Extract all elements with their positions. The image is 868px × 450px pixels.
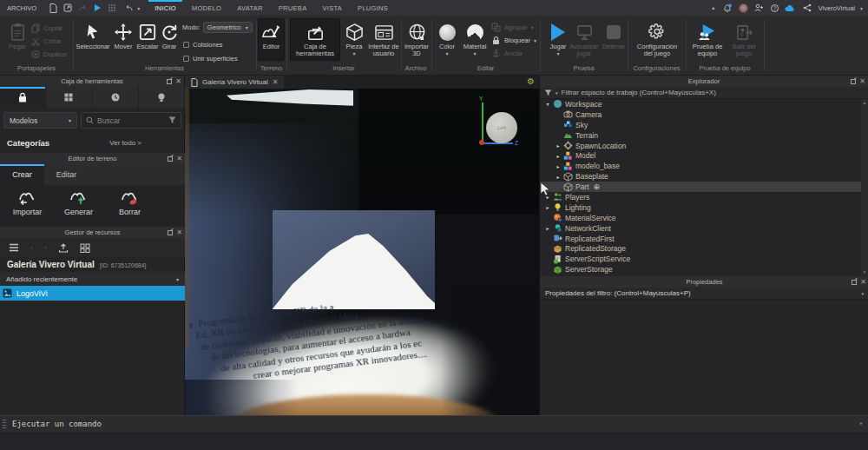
tab-plugins[interactable]: PLUGINS bbox=[350, 0, 396, 16]
tree-item-materialservice[interactable]: MaterialService bbox=[540, 213, 868, 223]
toolbox-button[interactable]: Caja de herramientas bbox=[290, 21, 340, 57]
file-menu[interactable]: ARCHIVO bbox=[0, 4, 43, 12]
see-all-link[interactable]: Ver todo > bbox=[109, 139, 141, 147]
add-child-icon[interactable]: ⊕ bbox=[594, 182, 601, 191]
resume-button[interactable]: Actualizar jugar bbox=[568, 21, 601, 57]
tree-item-spawnlocation[interactable]: ▸SpawnLocation bbox=[540, 141, 868, 151]
tree-item-replicatedfirst[interactable]: ReplicatedFirst bbox=[540, 234, 868, 244]
tree-item-networkclient[interactable]: ▸NetworkClient bbox=[540, 223, 868, 234]
properties-close-icon[interactable]: ✕ bbox=[860, 279, 866, 286]
expand-arrow-icon[interactable]: ▸ bbox=[554, 153, 562, 159]
ui-button[interactable]: Interfaz de usuario bbox=[367, 21, 400, 57]
mode-dropdown[interactable]: Geometrico▾ bbox=[203, 22, 253, 33]
cut-button[interactable]: Cortar bbox=[31, 35, 68, 48]
team-test-button[interactable]: Prueba de equipo bbox=[690, 21, 725, 57]
toolbox-tab-creations[interactable] bbox=[139, 87, 185, 108]
avatar[interactable] bbox=[739, 3, 748, 13]
leave-game-button[interactable]: Salir del juego bbox=[729, 21, 759, 57]
command-bar-chevron-icon[interactable]: ▾ bbox=[859, 420, 863, 427]
open-icon[interactable] bbox=[62, 2, 74, 14]
account-chevron-icon[interactable]: ▾ bbox=[860, 5, 863, 11]
toolbox-tab-marketplace[interactable] bbox=[0, 87, 46, 108]
tab-close-icon[interactable]: ✕ bbox=[273, 78, 279, 86]
tree-item-players[interactable]: ▸Players bbox=[540, 192, 868, 202]
tab-vista[interactable]: VISTA bbox=[314, 0, 350, 16]
tree-item-model[interactable]: ▸Model bbox=[540, 150, 868, 161]
expand-arrow-icon[interactable]: ▸ bbox=[543, 204, 552, 210]
terrain-tab-editar[interactable]: Editar bbox=[44, 164, 89, 185]
toolbox-close-icon[interactable]: ✕ bbox=[175, 78, 181, 85]
grid-view-icon[interactable] bbox=[80, 243, 90, 253]
terrain-import-button[interactable]: Importar bbox=[2, 185, 53, 226]
play-icon[interactable] bbox=[91, 2, 103, 14]
tab-inicio[interactable]: INICIO bbox=[147, 0, 184, 16]
tree-item-modelo_base[interactable]: ▸modelo_base bbox=[540, 161, 868, 171]
viewport-tab[interactable]: Galería Vivero Virtual ✕ bbox=[185, 76, 284, 89]
command-bar[interactable]: Ejecutar un comando ▾ bbox=[0, 415, 868, 432]
asset-item-logovivi[interactable]: LogoViVi bbox=[0, 286, 185, 301]
terrain-generate-button[interactable]: Generar bbox=[53, 185, 104, 226]
tree-item-workspace[interactable]: ▾Workspace bbox=[540, 99, 868, 109]
group-button[interactable]: Agrupar▾ bbox=[491, 21, 536, 34]
explorer-filter-input[interactable]: ▾ Filtrar espacio de trabajo (Control+Ma… bbox=[540, 87, 868, 99]
explorer-popout-icon[interactable] bbox=[851, 79, 856, 84]
grid-icon[interactable] bbox=[106, 2, 118, 14]
anchor-button[interactable]: Anclar bbox=[491, 47, 536, 60]
notifications-icon[interactable] bbox=[721, 2, 733, 14]
select-tool-button[interactable]: Seleccionar bbox=[74, 21, 112, 50]
expand-arrow-icon[interactable]: ▸ bbox=[554, 142, 562, 149]
view-cube[interactable]: Left bbox=[486, 112, 517, 143]
expand-arrow-icon[interactable]: ▸ bbox=[554, 174, 562, 180]
command-bar-grip[interactable] bbox=[3, 419, 6, 430]
tree-item-serverstorage[interactable]: ServerStorage bbox=[540, 264, 868, 275]
undo-icon[interactable] bbox=[123, 2, 135, 14]
expand-arrow-icon[interactable]: ▾ bbox=[543, 101, 552, 107]
terrain-close-icon[interactable]: ✕ bbox=[176, 156, 182, 162]
tree-item-lighting[interactable]: ▸Lighting bbox=[540, 202, 868, 213]
explorer-scrollbar[interactable]: ▲▼ bbox=[861, 99, 868, 275]
expand-arrow-icon[interactable]: ▸ bbox=[543, 225, 552, 231]
menu-icon[interactable] bbox=[9, 243, 19, 252]
share-icon[interactable] bbox=[801, 2, 813, 14]
toolbox-category-dropdown[interactable]: Modelos▾ bbox=[3, 112, 77, 129]
tab-avatar[interactable]: AVATAR bbox=[229, 0, 271, 16]
paste-button[interactable]: Pegar bbox=[3, 21, 31, 50]
explorer-close-icon[interactable]: ✕ bbox=[859, 78, 865, 85]
back-icon[interactable]: ‹ bbox=[30, 243, 33, 252]
rotate-tool-button[interactable]: Girar bbox=[160, 21, 179, 50]
tree-item-baseplate[interactable]: ▸Baseplate bbox=[540, 171, 868, 182]
toolbox-tab-recent[interactable] bbox=[93, 87, 139, 108]
expand-arrow-icon[interactable]: ▸ bbox=[554, 163, 562, 169]
duplicate-button[interactable]: Duplicar bbox=[31, 48, 68, 61]
collisions-checkbox[interactable]: Colisiones bbox=[183, 38, 223, 51]
upload-icon[interactable] bbox=[58, 243, 69, 253]
terrain-editor-button[interactable]: Editor bbox=[258, 21, 285, 50]
asset-popout-icon[interactable] bbox=[168, 230, 173, 235]
tree-item-sky[interactable]: Sky bbox=[540, 120, 868, 130]
help-icon[interactable]: ? bbox=[771, 4, 779, 12]
account-name[interactable]: ViveroVirtual bbox=[819, 4, 855, 12]
tree-item-camera[interactable]: Camera bbox=[540, 109, 868, 120]
tree-item-replicatedstorage[interactable]: ReplicatedStorage bbox=[540, 243, 868, 254]
collapse-ribbon-icon[interactable]: ▲ bbox=[711, 5, 716, 10]
copy-button[interactable]: Copiar bbox=[31, 22, 68, 35]
move-tool-button[interactable]: Mover bbox=[112, 21, 135, 50]
properties-popout-icon[interactable] bbox=[852, 280, 857, 285]
scale-tool-button[interactable]: Escalar bbox=[135, 21, 161, 50]
tree-item-serverscriptservice[interactable]: ServerScriptService bbox=[540, 254, 868, 264]
properties-filter-input[interactable]: Propiedades del filtro: (Control+Mayúscu… bbox=[540, 288, 868, 300]
lock-button[interactable]: Bloquear▾ bbox=[491, 34, 536, 47]
3d-scene[interactable]: e. Programa de Incubadora XR de la aEd. … bbox=[185, 89, 539, 415]
toolbox-popout-icon[interactable] bbox=[167, 79, 172, 84]
viewport-gear-icon[interactable]: ⚙ bbox=[527, 76, 535, 86]
tree-item-part[interactable]: Part⊕ bbox=[540, 182, 868, 192]
tab-modelo[interactable]: MODELO bbox=[184, 0, 229, 16]
chevron-down-icon[interactable]: ▾ bbox=[137, 5, 140, 11]
forward-icon[interactable]: › bbox=[44, 243, 47, 252]
viewport[interactable]: Galería Vivero Virtual ✕ ⚙ e. Programa d… bbox=[185, 76, 539, 415]
new-file-icon[interactable] bbox=[47, 2, 59, 14]
toolbox-search-input[interactable]: Buscar bbox=[81, 112, 181, 129]
redo-icon[interactable] bbox=[76, 2, 89, 14]
stop-button[interactable]: Detener bbox=[601, 21, 627, 50]
terrain-tab-crear[interactable]: Crear bbox=[0, 164, 44, 185]
